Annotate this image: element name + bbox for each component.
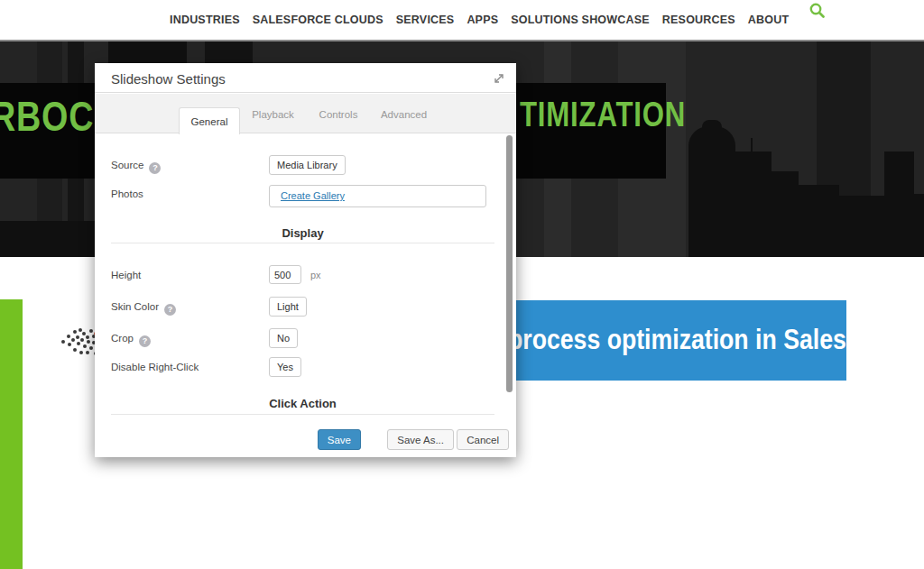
slideshow-settings-modal: Slideshow Settings General Playback Cont… (95, 63, 516, 457)
click-action-section-header: Click Action (111, 397, 494, 410)
logo-dot (82, 332, 86, 335)
source-label-text: Source (111, 160, 143, 170)
logo-dot (68, 343, 71, 346)
building-silhouette (839, 196, 889, 257)
disable-right-click-label: Disable Right-Click (111, 362, 199, 372)
logo-dot (73, 348, 77, 352)
logo-dot (79, 351, 83, 354)
section-divider (111, 243, 494, 243)
nav-menu: INDUSTRIES SALESFORCE CLOUDS SERVICES AP… (170, 0, 789, 40)
logo-dot (67, 335, 70, 338)
modal-footer: Save Save As... Cancel (95, 421, 516, 457)
section-divider (111, 414, 494, 415)
logo-dot (73, 330, 77, 334)
cancel-button[interactable]: Cancel (457, 429, 509, 450)
save-button[interactable]: Save (318, 429, 361, 450)
skin-color-label: Skin Color (111, 301, 176, 316)
building-silhouette (884, 151, 914, 257)
building-silhouette (688, 126, 735, 257)
top-navigation: INDUSTRIES SALESFORCE CLOUDS SERVICES AP… (0, 0, 924, 40)
skin-color-label-text: Skin Color (111, 301, 159, 312)
photos-box: Create Gallery (269, 185, 486, 207)
nav-item-industries[interactable]: INDUSTRIES (170, 14, 240, 26)
logo-dot (71, 338, 75, 342)
logo-dot (87, 340, 90, 344)
nav-item-salesforce-clouds[interactable]: SALESFORCE CLOUDS (253, 14, 383, 26)
photos-label: Photos (111, 188, 143, 199)
building-silhouette (772, 171, 799, 257)
banner-title: process optimization in Sales Cloud (508, 324, 921, 356)
logo-dot (76, 335, 79, 339)
expand-icon[interactable] (492, 71, 506, 86)
nav-item-services[interactable]: SERVICES (396, 14, 455, 26)
logo-dot (79, 328, 82, 332)
building-silhouette (702, 120, 722, 133)
modal-scrollbar[interactable] (506, 135, 513, 392)
tab-advanced[interactable]: Advanced (379, 109, 429, 120)
modal-header: Slideshow Settings (95, 63, 516, 93)
create-gallery-link[interactable]: Create Gallery (281, 190, 345, 201)
tab-controls[interactable]: Controls (316, 109, 361, 120)
building-silhouette (731, 151, 772, 257)
nav-item-about[interactable]: ABOUT (748, 14, 789, 26)
logo-dot (89, 329, 93, 333)
crop-label-text: Crop (111, 333, 134, 344)
modal-body: Source Media Library Photos Create Galle… (95, 133, 516, 457)
nav-item-solutions-showcase[interactable]: SOLUTIONS SHOWCASE (511, 14, 650, 26)
height-input[interactable] (269, 265, 301, 284)
height-unit-label: px (310, 270, 321, 280)
nav-item-resources[interactable]: RESOURCES (662, 14, 735, 26)
building-antenna (751, 138, 753, 158)
help-icon[interactable] (164, 304, 176, 316)
logo-dot (61, 340, 65, 344)
logo-dot (86, 351, 89, 354)
crop-label: Crop (111, 333, 151, 347)
help-icon[interactable] (149, 162, 161, 174)
help-icon[interactable] (139, 335, 151, 347)
source-value-button[interactable]: Media Library (269, 155, 346, 175)
logo-dot (77, 342, 80, 345)
skin-color-value-button[interactable]: Light (269, 297, 307, 317)
hero-headline-right: TIMIZATION (520, 96, 686, 134)
tab-general[interactable]: General (179, 107, 240, 134)
green-accent-bar (0, 299, 23, 569)
save-as-button[interactable]: Save As... (387, 429, 454, 450)
modal-title: Slideshow Settings (111, 71, 226, 87)
search-icon[interactable] (808, 1, 827, 21)
height-label: Height (111, 270, 141, 280)
modal-tab-strip: General Playback Controls Advanced (95, 94, 516, 133)
building-silhouette (911, 194, 924, 257)
logo-dot (80, 338, 84, 342)
disable-right-click-value-button[interactable]: Yes (269, 357, 301, 377)
header-divider (0, 40, 924, 41)
crop-value-button[interactable]: No (269, 328, 298, 348)
logo-dot (89, 346, 93, 350)
logo-dot (86, 335, 89, 339)
building-silhouette (799, 185, 839, 257)
source-label: Source (111, 160, 161, 174)
display-section-header: Display (111, 226, 494, 240)
tab-playback[interactable]: Playback (248, 109, 298, 120)
logo-dot (83, 344, 87, 348)
nav-item-apps[interactable]: APPS (467, 14, 498, 26)
